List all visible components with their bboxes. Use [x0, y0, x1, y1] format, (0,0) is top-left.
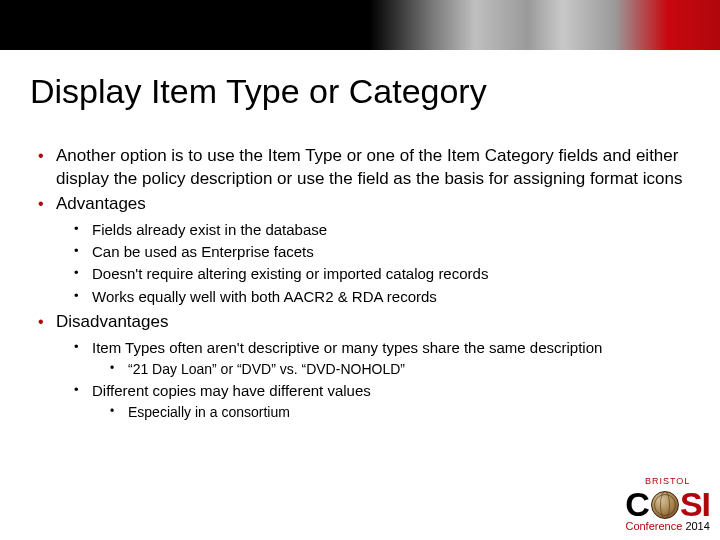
- header-accent: [0, 0, 720, 58]
- logo-main: C SI: [625, 485, 710, 524]
- slide-body: Another option is to use the Item Type o…: [38, 145, 690, 426]
- accent-bar-right: [370, 0, 720, 50]
- slide-title: Display Item Type or Category: [30, 72, 487, 111]
- accent-bar-left: [0, 0, 370, 50]
- logo-letter-c: C: [625, 485, 650, 524]
- bullet-intro: Another option is to use the Item Type o…: [38, 145, 690, 191]
- adv-item-1: Fields already exist in the database: [74, 220, 690, 240]
- adv-item-2: Can be used as Enterprise facets: [74, 242, 690, 262]
- dis-item-2: Different copies may have different valu…: [74, 381, 690, 422]
- slide: Display Item Type or Category Another op…: [0, 0, 720, 540]
- logo-year: 2014: [685, 520, 709, 532]
- bullet-disadvantages: Disadvantages Item Types often aren't de…: [38, 311, 690, 422]
- dis-item-2-sub: Especially in a consortium: [110, 403, 690, 422]
- logo-letters-si: SI: [680, 485, 710, 524]
- bullet-advantages-label: Advantages: [56, 194, 146, 213]
- conference-logo: BRISTOL C SI Conference 2014: [625, 476, 710, 532]
- dis-item-1-sub: “21 Day Loan” or “DVD” vs. “DVD-NOHOLD”: [110, 360, 690, 379]
- adv-item-3: Doesn't require altering existing or imp…: [74, 264, 690, 284]
- logo-conference-word: Conference: [625, 520, 685, 532]
- bullet-advantages: Advantages Fields already exist in the d…: [38, 193, 690, 307]
- globe-icon: [651, 491, 679, 519]
- adv-item-4: Works equally well with both AACR2 & RDA…: [74, 287, 690, 307]
- dis-item-1: Item Types often aren't descriptive or m…: [74, 338, 690, 379]
- dis-item-2-text: Different copies may have different valu…: [92, 382, 371, 399]
- bullet-disadvantages-label: Disadvantages: [56, 312, 168, 331]
- logo-subtitle: Conference 2014: [625, 520, 710, 532]
- dis-item-1-text: Item Types often aren't descriptive or m…: [92, 339, 602, 356]
